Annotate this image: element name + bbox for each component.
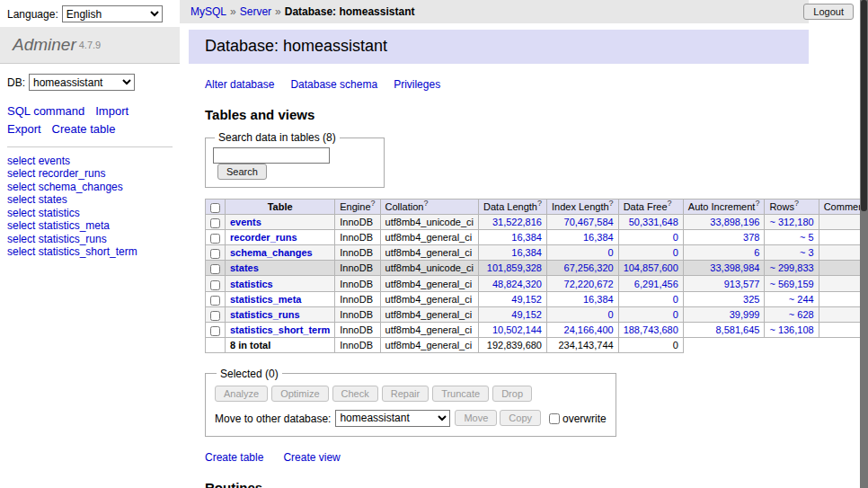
cell-data-length-link[interactable]: 16,384 [511, 232, 542, 243]
cell-index-length-link[interactable]: 16,384 [583, 294, 614, 305]
sidebar-link-select-recorder_runs[interactable]: select recorder_runs [7, 167, 105, 180]
scrollbar[interactable] [860, 0, 868, 488]
table-link-statistics_meta[interactable]: statistics_meta [230, 294, 302, 305]
sidebar-link-select-statistics[interactable]: select statistics [7, 207, 80, 219]
cell-auto-increment-link[interactable]: 325 [743, 294, 759, 305]
sidebar-link-select-events[interactable]: select events [7, 155, 70, 167]
check-button[interactable]: Check [332, 386, 378, 402]
table-link-states[interactable]: states [230, 262, 259, 273]
cell-data-free-link[interactable]: 0 [673, 232, 678, 243]
cell-data-free-link[interactable]: 0 [673, 309, 678, 320]
cell-rows-link[interactable]: ~ 628 [789, 309, 814, 320]
scrollbar-thumb[interactable] [861, 0, 867, 211]
overwrite-checkbox[interactable] [549, 413, 560, 424]
help-link[interactable]: ? [668, 199, 672, 208]
cell-data-length-link[interactable]: 16,384 [511, 247, 542, 258]
logout-button[interactable]: Logout [803, 4, 854, 20]
table-link-statistics_short_term[interactable]: statistics_short_term [230, 324, 330, 335]
sidebar-link-select-statistics_meta[interactable]: select statistics_meta [7, 219, 110, 232]
copy-button[interactable]: Copy [500, 410, 541, 426]
cell-data-free-link[interactable]: 0 [673, 294, 678, 305]
truncate-button[interactable]: Truncate [432, 386, 489, 402]
help-link[interactable]: ? [423, 199, 428, 208]
help-link[interactable]: ? [755, 199, 759, 208]
sidebar-link-select-statistics_short_term[interactable]: select statistics_short_term [7, 245, 137, 258]
row-checkbox-statistics_runs[interactable] [210, 311, 220, 321]
cell-data-free-link[interactable]: 104,857,600 [624, 262, 678, 273]
table-link-recorder_runs[interactable]: recorder_runs [230, 232, 297, 243]
db-select[interactable]: homeassistant [29, 74, 135, 91]
database-schema-link[interactable]: Database schema [290, 78, 377, 91]
create-table-link[interactable]: Create table [205, 451, 263, 464]
cell-auto-increment-link[interactable]: 378 [743, 232, 759, 243]
cell-data-length-link[interactable]: 31,522,816 [492, 217, 542, 227]
cell-rows-link[interactable]: ~ 244 [789, 294, 814, 305]
sidebar-link-select-states[interactable]: select states [7, 193, 67, 206]
cell-data-length-link[interactable]: 49,152 [511, 294, 542, 305]
cell-auto-increment-link[interactable]: 913,577 [724, 279, 760, 289]
create-view-link[interactable]: Create view [283, 451, 340, 464]
help-link[interactable]: ? [609, 199, 614, 208]
cell-data-free-link[interactable]: 50,331,648 [629, 217, 678, 227]
drop-button[interactable]: Drop [492, 386, 532, 402]
cell-data-length-link[interactable]: 101,859,328 [487, 262, 542, 273]
row-checkbox-recorder_runs[interactable] [210, 234, 220, 244]
create-table-sidebar-link[interactable]: Create table [52, 122, 116, 136]
breadcrumb-link-server[interactable]: Server [240, 5, 271, 18]
search-button[interactable]: Search [217, 164, 267, 180]
cell-data-length-link[interactable]: 49,152 [511, 309, 542, 320]
table-link-events[interactable]: events [230, 217, 261, 227]
cell-auto-increment-link[interactable]: 6 [754, 247, 759, 258]
move-button[interactable]: Move [455, 410, 497, 426]
help-link[interactable]: ? [371, 199, 376, 208]
row-checkbox-states[interactable] [210, 264, 220, 274]
help-link[interactable]: ? [537, 199, 542, 208]
breadcrumb-link-mysql[interactable]: MySQL [190, 5, 226, 18]
sql-command-link[interactable]: SQL command [7, 104, 84, 118]
table-link-schema_changes[interactable]: schema_changes [230, 247, 313, 258]
optimize-button[interactable]: Optimize [271, 386, 328, 402]
cell-rows-link[interactable]: ~ 3 [800, 247, 814, 258]
row-checkbox-schema_changes[interactable] [210, 249, 220, 259]
row-checkbox-statistics_short_term[interactable] [210, 326, 220, 336]
help-link[interactable]: ? [794, 199, 799, 208]
cell-data-free-link[interactable]: 6,291,456 [634, 279, 678, 289]
cell-index-length-link[interactable]: 67,256,320 [564, 262, 614, 273]
cell-data-length-link[interactable]: 48,824,320 [492, 279, 542, 289]
cell-auto-increment-link[interactable]: 33,398,984 [710, 262, 759, 273]
row-checkbox-events[interactable] [210, 218, 220, 228]
cell-data-free-link[interactable]: 188,743,680 [624, 324, 678, 335]
row-checkbox-statistics_meta[interactable] [210, 296, 220, 306]
cell-auto-increment-link[interactable]: 39,999 [730, 309, 760, 320]
cell-data-free-link[interactable]: 0 [673, 247, 678, 258]
search-input[interactable] [213, 147, 330, 164]
alter-database-link[interactable]: Alter database [205, 78, 274, 91]
move-database-select[interactable]: homeassistant [335, 410, 450, 427]
cell-rows-link[interactable]: ~ 5 [800, 232, 814, 243]
select-all-checkbox[interactable] [210, 203, 220, 213]
export-link[interactable]: Export [7, 122, 41, 136]
cell-auto-increment-link[interactable]: 8,581,645 [715, 324, 759, 335]
table-link-statistics[interactable]: statistics [230, 279, 273, 289]
repair-button[interactable]: Repair [382, 386, 429, 402]
sidebar-link-select-statistics_runs[interactable]: select statistics_runs [7, 233, 107, 245]
row-checkbox-statistics[interactable] [210, 280, 220, 290]
cell-rows-link[interactable]: ~ 299,833 [769, 262, 813, 273]
table-link-statistics_runs[interactable]: statistics_runs [230, 309, 300, 320]
cell-rows-link[interactable]: ~ 569,159 [769, 279, 813, 289]
cell-index-length-link[interactable]: 0 [608, 309, 614, 320]
sidebar-link-select-schema_changes[interactable]: select schema_changes [7, 181, 123, 193]
cell-rows-link[interactable]: ~ 312,180 [769, 217, 813, 227]
import-link[interactable]: Import [95, 104, 128, 118]
language-select[interactable]: English [62, 5, 163, 22]
cell-index-length-link[interactable]: 24,166,400 [564, 324, 614, 335]
cell-data-length-link[interactable]: 10,502,144 [492, 324, 542, 335]
privileges-link[interactable]: Privileges [394, 78, 440, 91]
analyze-button[interactable]: Analyze [215, 386, 268, 402]
cell-index-length-link[interactable]: 70,467,584 [564, 217, 614, 227]
cell-index-length-link[interactable]: 16,384 [583, 232, 614, 243]
cell-index-length-link[interactable]: 72,220,672 [564, 279, 614, 289]
cell-rows-link[interactable]: ~ 136,108 [769, 324, 813, 335]
cell-index-length-link[interactable]: 0 [608, 247, 614, 258]
app-version[interactable]: 4.7.9 [79, 40, 101, 50]
